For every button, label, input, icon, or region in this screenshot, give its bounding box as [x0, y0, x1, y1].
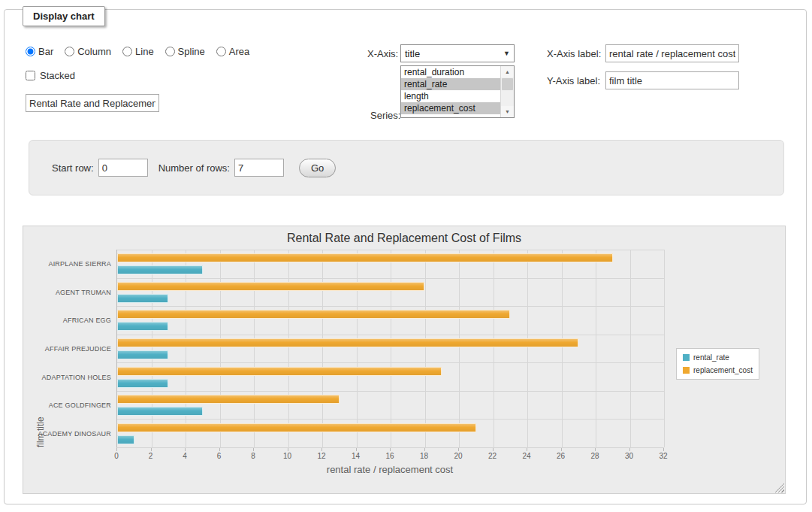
- x-axis-tick: [321, 448, 322, 451]
- bar-replacement_cost: [117, 367, 442, 376]
- category-label: ACE GOLDFINGER: [49, 401, 111, 409]
- radio-spline-label: Spline: [178, 46, 205, 57]
- x-axis-tick: [493, 448, 494, 451]
- series-option-replacement_cost[interactable]: replacement_cost: [401, 102, 501, 114]
- series-listbox[interactable]: rental_durationrental_ratelengthreplacem…: [400, 65, 515, 118]
- x-axis-tick: [219, 448, 220, 451]
- chart-row: ADAPTATION HOLES: [117, 362, 664, 391]
- x-axis-select[interactable]: title ▼: [400, 44, 515, 62]
- chart-title-input[interactable]: [26, 94, 159, 112]
- y-axis-label-input[interactable]: [605, 71, 739, 89]
- bar-replacement_cost: [117, 310, 510, 319]
- legend-item-rental_rate[interactable]: rental_rate: [683, 353, 753, 362]
- bar-replacement_cost: [117, 338, 578, 347]
- x-axis-tick: [458, 448, 459, 451]
- x-axis-tick: [424, 448, 425, 451]
- bar-rental_rate: [117, 350, 168, 359]
- radio-area-input[interactable]: [216, 47, 226, 56]
- x-axis-tick-label: 26: [557, 452, 565, 460]
- series-option-length[interactable]: length: [401, 90, 501, 102]
- legend-item-replacement_cost[interactable]: replacement_cost: [683, 366, 753, 374]
- x-axis-tick: [356, 448, 357, 451]
- x-axis-tick: [561, 448, 562, 451]
- bar-rental_rate: [117, 265, 203, 274]
- radio-column[interactable]: Column: [65, 46, 111, 57]
- x-axis-tick: [663, 448, 664, 451]
- radio-column-input[interactable]: [65, 47, 74, 56]
- panel-title: Display chart: [23, 6, 105, 26]
- category-label: AFRICAN EGG: [63, 317, 111, 324]
- radio-column-label: Column: [77, 46, 111, 57]
- x-axis-tick-label: 18: [420, 452, 428, 460]
- resize-handle-icon[interactable]: [774, 483, 784, 492]
- chart-row: AIRPLANE SIERRA: [117, 250, 664, 278]
- scroll-down-icon[interactable]: ▼: [501, 106, 514, 117]
- row-controls-panel: Start row: Number of rows: Go: [29, 140, 784, 195]
- radio-bar[interactable]: Bar: [26, 46, 53, 57]
- series-scrollbar[interactable]: ▲ ▼: [500, 66, 514, 117]
- scroll-up-icon[interactable]: ▲: [501, 66, 514, 77]
- radio-line-input[interactable]: [122, 47, 132, 56]
- chart-row: AFFAIR PREJUDICE: [117, 335, 664, 363]
- x-axis-tick-label: 24: [522, 452, 530, 460]
- legend-label: rental_rate: [693, 353, 729, 362]
- radio-line[interactable]: Line: [122, 46, 154, 57]
- chart-type-radio-group: Bar Column Line Spline Area: [26, 46, 249, 57]
- legend-label: replacement_cost: [693, 366, 753, 374]
- radio-area[interactable]: Area: [216, 46, 249, 57]
- x-axis-tick: [595, 448, 596, 451]
- x-axis-tick: [253, 448, 254, 451]
- x-axis-tick-label: 10: [283, 452, 291, 460]
- series-option-rental_duration[interactable]: rental_duration: [401, 66, 501, 78]
- bar-rental_rate: [117, 379, 168, 388]
- legend-swatch-icon: [683, 367, 690, 374]
- series-option-rental_rate[interactable]: rental_rate: [401, 78, 501, 90]
- x-axis-select-label: X-Axis:: [367, 48, 398, 59]
- chart-title: Rental Rate and Replacement Cost of Film…: [23, 232, 785, 245]
- bar-rental_rate: [117, 407, 203, 416]
- y-axis-label-field-label: Y-Axis label:: [547, 75, 600, 86]
- number-of-rows-label: Number of rows:: [158, 162, 230, 174]
- x-axis-tick-label: 20: [454, 452, 462, 460]
- radio-spline-input[interactable]: [165, 47, 175, 56]
- chart-legend: rental_ratereplacement_cost: [676, 348, 759, 380]
- radio-spline[interactable]: Spline: [165, 46, 205, 57]
- x-axis-tick-label: 22: [488, 452, 497, 460]
- chart-panel: Rental Rate and Replacement Cost of Film…: [23, 226, 786, 494]
- plot-area: AIRPLANE SIERRAAGENT TRUMANAFRICAN EGGAF…: [116, 250, 664, 448]
- bar-replacement_cost: [117, 395, 340, 404]
- stacked-label: Stacked: [40, 70, 75, 81]
- x-axis-tick-label: 14: [352, 452, 360, 460]
- scrollbar-thumb[interactable]: [502, 78, 513, 90]
- x-axis-selected-value: title: [405, 48, 420, 59]
- x-axis-tick-label: 12: [317, 452, 325, 460]
- legend-swatch-icon: [683, 354, 690, 361]
- stacked-checkbox[interactable]: Stacked: [26, 70, 75, 81]
- x-axis-title: rental rate / replacement cost: [116, 464, 663, 475]
- x-axis-tick-label: 6: [217, 452, 222, 460]
- number-of-rows-input[interactable]: [234, 159, 284, 177]
- x-axis-tick: [288, 448, 288, 451]
- x-axis-tick: [151, 448, 152, 451]
- radio-bar-input[interactable]: [26, 47, 35, 56]
- category-label: ADAPTATION HOLES: [42, 374, 111, 381]
- x-axis-label-input[interactable]: [605, 44, 739, 62]
- x-axis-tick: [629, 448, 630, 451]
- start-row-input[interactable]: [98, 159, 148, 177]
- x-axis-tick: [116, 448, 117, 451]
- category-label: ACADEMY DINOSAUR: [38, 430, 111, 438]
- x-axis-tick-label: 4: [183, 452, 187, 460]
- x-axis-tick-label: 28: [590, 452, 599, 460]
- chart-row: AFRICAN EGG: [117, 306, 664, 335]
- go-button[interactable]: Go: [299, 159, 336, 177]
- dropdown-arrow-icon: ▼: [503, 50, 510, 57]
- x-axis-tick: [390, 448, 391, 451]
- radio-area-label: Area: [229, 46, 249, 57]
- stacked-checkbox-input[interactable]: [26, 71, 35, 80]
- series-options: rental_durationrental_ratelengthreplacem…: [401, 66, 501, 117]
- category-label: AIRPLANE SIERRA: [48, 260, 111, 268]
- radio-line-label: Line: [135, 46, 154, 57]
- x-axis-tick-label: 0: [114, 452, 119, 460]
- chart-row: ACE GOLDFINGER: [117, 391, 664, 420]
- x-axis-ticks: 02468101214161820222426283032: [116, 448, 663, 462]
